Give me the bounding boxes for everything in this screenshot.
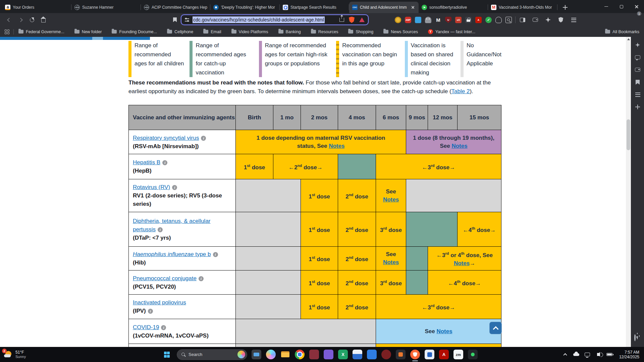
notes-link[interactable]: Notes xyxy=(383,196,399,203)
bookmark-item[interactable]: Cellphone xyxy=(167,29,193,34)
info-icon[interactable]: i xyxy=(161,325,166,330)
blue-app-ext-extension-icon[interactable] xyxy=(415,17,421,23)
new-tab-button[interactable] xyxy=(560,2,570,12)
taskbar-chrome-icon[interactable] xyxy=(295,350,305,359)
notes-link[interactable]: Rotavirus (RV) xyxy=(133,184,170,190)
bookmark-item[interactable]: Founding Docume... xyxy=(112,29,157,34)
share-icon[interactable] xyxy=(339,18,344,22)
taskbar-media-app-icon[interactable] xyxy=(353,350,362,359)
battery-icon[interactable] xyxy=(605,351,613,359)
notes-link[interactable]: type b xyxy=(194,251,211,257)
taskbar-excel-icon[interactable]: X xyxy=(338,350,348,359)
taskbar-copilot-icon[interactable] xyxy=(266,350,276,359)
ublock-origin-extension-icon[interactable]: uO xyxy=(455,17,462,23)
volume-icon[interactable] xyxy=(594,351,602,359)
all-bookmarks-button[interactable]: All Bookmarks xyxy=(605,29,639,34)
bookmark-item[interactable]: Email xyxy=(203,29,221,34)
info-icon[interactable]: i xyxy=(158,227,163,232)
browser-tab[interactable]: ACIP Committee Changes Hep xyxy=(141,2,210,13)
address-bar[interactable]: cdc.gov/vaccines/hcp/imz-schedules/child… xyxy=(181,14,369,25)
bookmark-item-yandex[interactable]: YYandex — fast Inter... xyxy=(428,29,475,34)
close-button[interactable] xyxy=(629,0,644,13)
bookmark-icon[interactable] xyxy=(173,17,177,22)
bookmark-item[interactable]: Federal Governme... xyxy=(18,29,64,34)
info-icon[interactable]: i xyxy=(199,276,204,281)
settings-button[interactable] xyxy=(634,335,641,342)
info-icon[interactable]: i xyxy=(213,252,218,257)
site-settings-icon[interactable] xyxy=(185,18,189,21)
info-icon[interactable]: i xyxy=(172,185,177,190)
brave-shield-icon[interactable] xyxy=(349,17,355,23)
wallet-button[interactable] xyxy=(532,16,539,23)
notes-link[interactable]: Notes xyxy=(383,259,399,265)
browser-tab[interactable]: aYour Orders xyxy=(2,2,71,13)
notes-link[interactable]: Notes xyxy=(329,143,344,149)
browser-tab[interactable]: Suzanne Hamner xyxy=(71,2,141,13)
minimize-button[interactable] xyxy=(599,0,614,13)
taskbar-clock[interactable]: 7:57 AM 12/24/2025 xyxy=(619,350,639,359)
malwarebytes-extension-icon[interactable]: M xyxy=(435,17,441,23)
notes-link[interactable]: COVID-19 xyxy=(133,324,159,330)
leo-ai-button[interactable] xyxy=(544,16,552,23)
notes-link[interactable]: Hepatitis B xyxy=(133,159,160,166)
notes-link[interactable]: Respiratory syncytial virus xyxy=(133,135,199,141)
weather-widget[interactable]: 2 51°F Sunny xyxy=(3,350,26,359)
forward-button[interactable] xyxy=(15,15,26,25)
ghostery-extension-icon[interactable] xyxy=(425,17,431,23)
vpn-shield-button[interactable] xyxy=(557,16,565,23)
adblock-plus-extension-icon[interactable]: ABP xyxy=(405,17,411,23)
page-capture-extension-icon[interactable] xyxy=(505,17,512,23)
reload-button[interactable] xyxy=(26,15,38,25)
notes-link[interactable]: Inactivated poliovirus xyxy=(133,299,186,306)
url-text[interactable]: cdc.gov/vaccines/hcp/imz-schedules/child… xyxy=(193,16,325,23)
taskbar-search[interactable]: Search xyxy=(177,349,247,360)
tab-close-icon[interactable] xyxy=(410,5,416,10)
talk-button[interactable] xyxy=(634,54,641,61)
taskbar-brave-icon[interactable] xyxy=(410,350,420,359)
bookmark-item[interactable]: Shopping xyxy=(348,29,373,34)
notes-link[interactable]: Notes xyxy=(451,143,467,149)
scrollbar-up-arrow-icon[interactable] xyxy=(627,38,630,40)
browser-tab[interactable]: MVaccinated 3-Month-Olds Mor xyxy=(488,2,557,13)
leo-ai-button[interactable] xyxy=(634,42,641,48)
browser-tab[interactable]: CDCChild and Adolescent Imm xyxy=(349,2,419,13)
taskbar-monitor-app-icon[interactable] xyxy=(252,350,261,359)
bell-outline-extension-icon[interactable] xyxy=(495,17,502,23)
chevron-up-icon[interactable] xyxy=(561,351,569,359)
notes-link[interactable]: Notes xyxy=(454,260,470,266)
apps-grid-icon[interactable] xyxy=(5,29,9,34)
taskbar-zoom-icon[interactable]: zm xyxy=(453,350,463,359)
notes-link[interactable]: Haemophilus influenzae xyxy=(133,251,194,257)
taskbar-acrobat-tb-icon[interactable]: A xyxy=(439,350,449,359)
taskbar-bluewhite-app-icon[interactable] xyxy=(425,350,434,359)
browser-tab[interactable]: Startpage Search Results xyxy=(280,2,349,13)
taskbar-blue-app-icon[interactable] xyxy=(367,350,377,359)
taskbar-purple-app-icon[interactable] xyxy=(324,350,333,359)
taskbar-maroon-app-icon[interactable] xyxy=(309,350,319,359)
back-button[interactable] xyxy=(3,15,15,25)
sidebar-toggle-button[interactable] xyxy=(519,16,526,23)
acrobat-ext-extension-icon[interactable]: A xyxy=(475,17,482,23)
notes-link[interactable]: Diphtheria, tetanus, & acellular pertuss… xyxy=(133,218,211,233)
taskbar-orange-dark-app-icon[interactable] xyxy=(396,350,406,359)
brave-rewards-icon[interactable] xyxy=(359,17,365,22)
notes-link[interactable]: Pneumococcal conjugate xyxy=(133,275,197,282)
bookmark-item[interactable]: News Sources xyxy=(383,29,418,34)
info-icon[interactable]: i xyxy=(148,309,153,314)
start-button[interactable] xyxy=(161,349,172,361)
taskbar-green-dark-app-icon[interactable] xyxy=(468,350,478,359)
ublock-extension-icon[interactable]: U xyxy=(445,17,451,23)
browser-tab[interactable]: 'Deeply Troubling': Higher Mor xyxy=(210,2,280,13)
bookmark-item[interactable]: Banking xyxy=(278,29,301,34)
taskbar-file-explorer-icon[interactable] xyxy=(280,350,290,359)
bmpanel-button[interactable] xyxy=(634,79,641,85)
browser-tab[interactable]: sonsoflibertyradiolive xyxy=(419,2,488,13)
onedrive-icon[interactable] xyxy=(572,351,580,359)
table2-link[interactable]: Table 2 xyxy=(451,88,470,95)
readlist-button[interactable] xyxy=(634,91,641,98)
checker-extension-icon[interactable]: ✓ xyxy=(485,17,492,23)
notes-link[interactable]: Notes xyxy=(436,328,452,335)
wallet2-button[interactable] xyxy=(634,66,641,73)
menu-button[interactable] xyxy=(570,16,577,23)
bookmark-item[interactable]: Video Platforms xyxy=(231,29,268,34)
